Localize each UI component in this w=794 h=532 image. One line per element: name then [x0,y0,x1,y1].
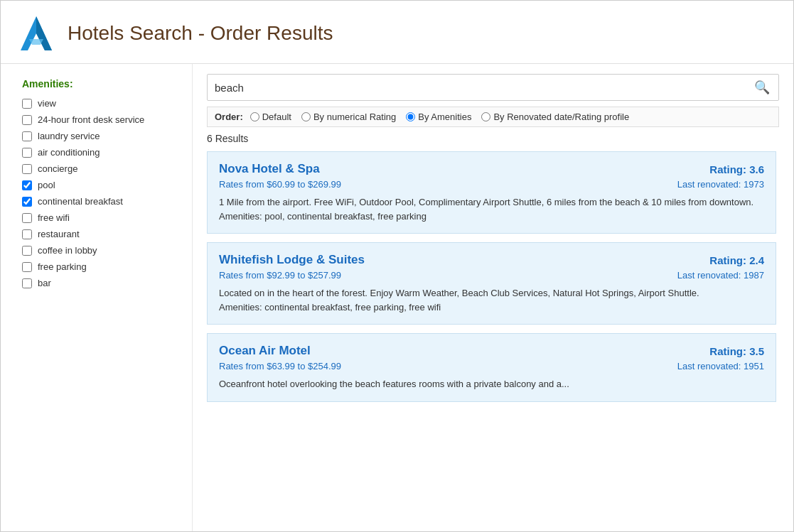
amenity-label-pool: pool [38,180,55,190]
hotel-rating-1: Rating: 2.4 [709,254,764,266]
amenity-checkbox-coffee-lobby[interactable] [22,246,32,256]
hotel-desc-1: Located on in the heart of the forest. E… [219,286,764,314]
hotel-name-2[interactable]: Ocean Air Motel [219,344,311,358]
amenity-checkbox-ac[interactable] [22,148,32,158]
amenity-label-front-desk: 24-hour front desk service [38,114,144,125]
hotel-rates-0: Rates from $60.99 to $269.99 [219,179,341,190]
hotel-card-2: Ocean Air MotelRating: 3.5Rates from $63… [207,333,776,402]
hotel-subrow-0: Rates from $60.99 to $269.99Last renovat… [219,179,764,190]
search-input[interactable] [208,77,746,98]
amenity-label-ac: air conditioning [38,147,100,158]
app-logo-icon [18,13,55,53]
hotel-desc-2: Oceanfront hotel overlooking the beach f… [219,377,764,391]
order-radio-default[interactable] [250,112,259,121]
results-list: Nova Hotel & SpaRating: 3.6Rates from $6… [207,151,779,531]
amenity-item-concierge: concierge [22,163,178,174]
search-button[interactable]: 🔍 [746,75,778,99]
amenity-label-coffee-lobby: coffee in lobby [38,245,97,256]
amenity-label-view: view [38,98,56,109]
amenity-item-front-desk: 24-hour front desk service [22,114,178,125]
amenities-heading: Amenities: [22,78,178,89]
hotel-card-1: Whitefish Lodge & SuitesRating: 2.4Rates… [207,242,776,325]
order-row: Order: DefaultBy numerical RatingBy Amen… [207,107,779,127]
order-label: Order: [215,112,243,122]
amenity-checkbox-pool[interactable] [22,180,32,190]
amenity-item-laundry: laundry service [22,131,178,141]
amenity-checkbox-bar[interactable] [22,278,32,288]
amenity-item-view: view [22,98,178,109]
hotel-desc-0: 1 Mile from the airport. Free WiFi, Outd… [219,195,764,223]
right-panel: 🔍 Order: DefaultBy numerical RatingBy Am… [193,64,793,531]
amenity-label-continental: continental breakfast [38,196,123,207]
hotel-name-0[interactable]: Nova Hotel & Spa [219,162,320,176]
amenity-checkbox-concierge[interactable] [22,164,32,174]
amenity-checkbox-front-desk[interactable] [22,115,32,125]
amenity-label-laundry: laundry service [38,131,100,141]
results-count: 6 Results [207,133,779,144]
hotel-rating-2: Rating: 3.5 [709,345,764,357]
amenity-label-bar: bar [38,278,51,288]
amenity-item-restaurant: restaurant [22,229,178,239]
amenity-label-concierge: concierge [38,163,77,174]
order-option-renovated[interactable]: By Renovated date/Rating profile [481,112,629,122]
app-window: Hotels Search - Order Results Amenities:… [0,0,794,532]
page-title: Hotels Search - Order Results [68,22,333,45]
amenity-item-free-parking: free parking [22,261,178,272]
amenity-item-coffee-lobby: coffee in lobby [22,245,178,256]
hotel-rates-2: Rates from $63.99 to $254.99 [219,361,341,371]
order-radio-numerical[interactable] [301,112,311,121]
order-radio-label-numerical: By numerical Rating [313,112,396,122]
order-radio-label-default: Default [262,112,291,122]
header: Hotels Search - Order Results [1,1,793,64]
hotel-amenities-text-1: Amenities: continental breakfast, free p… [219,300,764,315]
hotel-card-0: Nova Hotel & SpaRating: 3.6Rates from $6… [207,151,776,234]
amenity-item-bar: bar [22,278,178,288]
order-radio-label-renovated: By Renovated date/Rating profile [493,112,629,122]
hotel-desc-text-2: Oceanfront hotel overlooking the beach f… [219,377,764,391]
amenity-item-free-wifi: free wifi [22,212,178,223]
order-radio-renovated[interactable] [481,112,490,121]
hotel-amenities-text-0: Amenities: pool, continental breakfast, … [219,210,764,224]
amenity-item-ac: air conditioning [22,147,178,158]
order-option-amenities[interactable]: By Amenities [406,112,471,122]
search-bar: 🔍 [207,74,779,101]
amenity-checkbox-view[interactable] [22,99,32,109]
order-option-numerical[interactable]: By numerical Rating [301,112,396,122]
amenity-label-free-wifi: free wifi [38,212,70,223]
hotel-name-1[interactable]: Whitefish Lodge & Suites [219,253,365,267]
amenity-item-continental: continental breakfast [22,196,178,207]
order-option-default[interactable]: Default [250,112,291,122]
hotel-header-row-2: Ocean Air MotelRating: 3.5 [219,344,764,358]
main-content: Amenities: view24-hour front desk servic… [1,64,793,531]
amenity-item-pool: pool [22,180,178,190]
order-radio-amenities[interactable] [406,112,415,121]
amenity-checkbox-laundry[interactable] [22,131,32,141]
hotel-desc-text-1: Located on in the heart of the forest. E… [219,286,764,300]
results-wrapper: Nova Hotel & SpaRating: 3.6Rates from $6… [207,151,779,531]
hotel-rates-1: Rates from $92.99 to $257.99 [219,270,341,281]
hotel-renovated-1: Last renovated: 1987 [677,270,764,281]
amenity-label-restaurant: restaurant [38,229,80,239]
svg-marker-1 [36,16,52,50]
sidebar: Amenities: view24-hour front desk servic… [1,64,193,531]
hotel-renovated-0: Last renovated: 1973 [677,179,764,190]
hotel-desc-text-0: 1 Mile from the airport. Free WiFi, Outd… [219,195,764,210]
hotel-rating-0: Rating: 3.6 [709,163,764,175]
order-radio-label-amenities: By Amenities [418,112,471,122]
amenity-checkbox-restaurant[interactable] [22,229,32,239]
hotel-renovated-2: Last renovated: 1951 [677,361,764,371]
hotel-header-row-1: Whitefish Lodge & SuitesRating: 2.4 [219,253,764,267]
hotel-subrow-2: Rates from $63.99 to $254.99Last renovat… [219,361,764,371]
amenity-label-free-parking: free parking [38,261,87,272]
amenities-list: view24-hour front desk servicelaundry se… [22,98,178,288]
order-options: DefaultBy numerical RatingBy AmenitiesBy… [250,112,636,122]
svg-marker-2 [29,39,43,45]
amenity-checkbox-free-wifi[interactable] [22,213,32,223]
amenity-checkbox-free-parking[interactable] [22,262,32,272]
amenity-checkbox-continental[interactable] [22,197,32,207]
hotel-subrow-1: Rates from $92.99 to $257.99Last renovat… [219,270,764,281]
hotel-header-row-0: Nova Hotel & SpaRating: 3.6 [219,162,764,176]
